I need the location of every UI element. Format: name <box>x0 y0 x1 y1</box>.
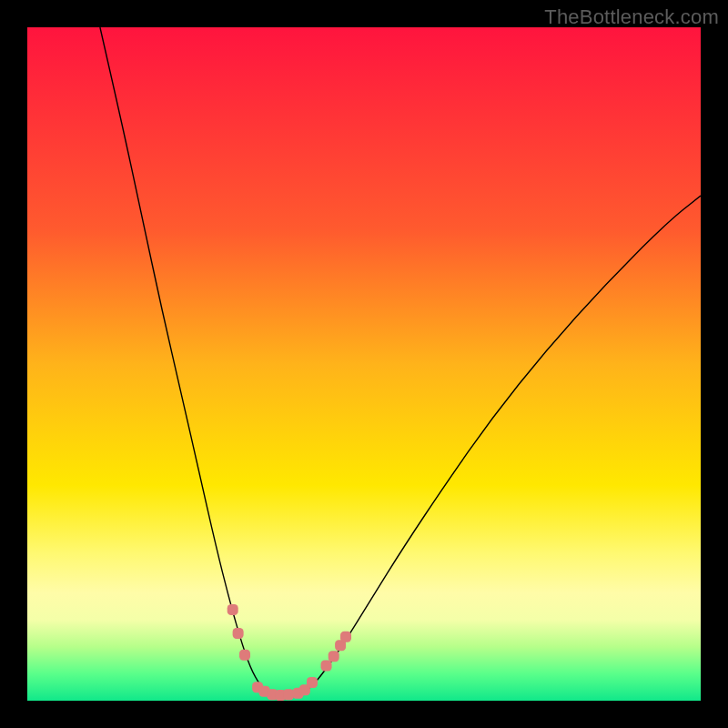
valley-marker <box>307 677 318 688</box>
valley-marker <box>340 632 351 642</box>
left-arm-curve <box>100 27 283 699</box>
valley-marker <box>239 650 250 661</box>
plot-area <box>27 27 701 701</box>
valley-marker <box>233 628 244 639</box>
valley-marker <box>321 661 332 672</box>
valley-marker <box>329 651 339 662</box>
curves-layer <box>27 27 701 701</box>
watermark-text: TheBottleneck.com <box>544 5 719 29</box>
chart-frame: TheBottleneck.com <box>0 0 728 728</box>
right-arm-curve <box>283 196 701 699</box>
valley-marker <box>283 689 294 700</box>
valley-marker <box>228 604 238 615</box>
